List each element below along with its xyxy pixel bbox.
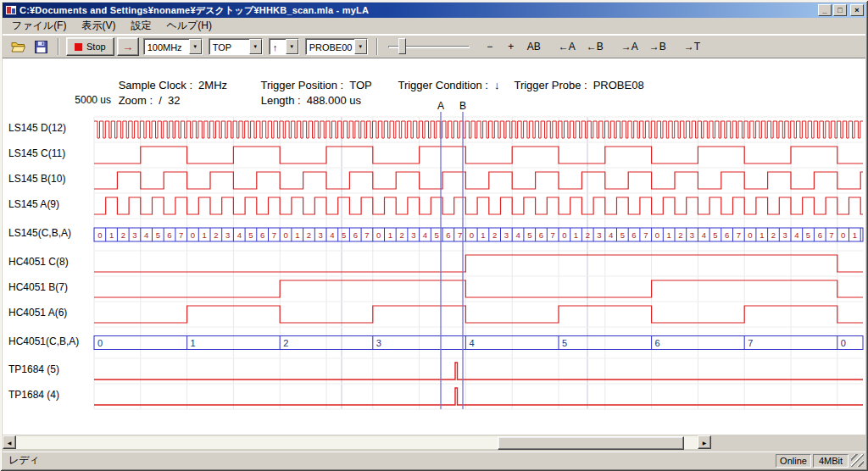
goto-cursor-a-right-button[interactable]: →A: [617, 37, 643, 56]
open-file-button[interactable]: [8, 36, 29, 57]
menu-view[interactable]: 表示(V): [74, 17, 123, 35]
bus-value: 3: [504, 230, 509, 240]
zoom-slider[interactable]: [388, 38, 470, 55]
bus-value: 7: [179, 230, 183, 240]
bus-value: 1: [109, 230, 114, 240]
window-title: C:¥Documents and Settings¥noname¥デスクトップ¥…: [19, 4, 818, 17]
bus-value: 1: [853, 230, 857, 240]
sample-clock-select[interactable]: 100MHz ▼: [143, 38, 203, 55]
menu-help[interactable]: ヘルプ(H): [159, 17, 220, 35]
waveform: [94, 306, 863, 323]
minimize-button[interactable]: _: [818, 4, 832, 16]
bus-value: 1: [481, 230, 485, 240]
stop-button[interactable]: Stop: [66, 37, 114, 56]
zoom-ab-button[interactable]: AB: [523, 37, 545, 56]
bus-value: 6: [539, 230, 543, 240]
titlebar[interactable]: C:¥Documents and Settings¥noname¥デスクトップ¥…: [3, 3, 865, 18]
bus-value: 6: [260, 230, 264, 240]
scrollbar-track[interactable]: [16, 435, 698, 449]
bus-value: 5: [562, 338, 567, 348]
scroll-left-button[interactable]: ◀: [3, 435, 16, 449]
bus-value: 4: [794, 230, 798, 240]
stop-label: Stop: [86, 42, 106, 52]
dropdown-arrow-icon[interactable]: ▼: [249, 39, 262, 54]
menu-settings[interactable]: 設定: [123, 17, 159, 35]
bus-value: 3: [376, 338, 381, 348]
bus-value: 0: [841, 338, 846, 348]
zoom-slider-thumb[interactable]: [398, 38, 406, 54]
dropdown-arrow-icon[interactable]: ▼: [189, 39, 202, 54]
waveform: [94, 388, 863, 405]
status-message: レディ: [8, 453, 40, 468]
bus-value: 4: [702, 230, 706, 240]
bus-value: 5: [156, 230, 160, 240]
scroll-right-button[interactable]: ▶: [698, 435, 711, 449]
horizontal-scrollbar[interactable]: ◀ ▶: [3, 435, 711, 449]
bus-value: 0: [97, 230, 102, 240]
bus-value: 0: [470, 230, 474, 240]
dropdown-arrow-icon[interactable]: ▼: [354, 39, 367, 54]
bus-value: 3: [132, 230, 136, 240]
waveform-canvas: 0123456701234567012345670123456701234567…: [3, 58, 865, 435]
bus-value: 7: [737, 230, 741, 240]
bus-value: 5: [620, 230, 625, 240]
bus-value: 2: [121, 230, 125, 240]
bus-value: 0: [655, 230, 659, 240]
bus-value: 2: [586, 230, 590, 240]
bus-value: 3: [411, 230, 415, 240]
bus-value: 6: [725, 230, 729, 240]
trigger-position-select[interactable]: TOP ▼: [209, 38, 263, 55]
scrollbar-area: ◀ ▶: [3, 435, 865, 450]
goto-trigger-button[interactable]: →T: [680, 37, 704, 56]
trigger-probe-select[interactable]: PROBE00 ▼: [305, 38, 368, 55]
bus-value: 5: [434, 230, 438, 240]
waveform: [94, 255, 863, 272]
bus-value: 5: [248, 230, 253, 240]
bus-value: 6: [353, 230, 358, 240]
dropdown-arrow-icon[interactable]: ▼: [286, 39, 298, 54]
bus-value: 1: [203, 230, 207, 240]
toolbar: Stop → 100MHz ▼ TOP ▼ ↑ ▼ PROBE00 ▼ − + …: [3, 35, 865, 58]
bus-value: 1: [574, 230, 578, 240]
bus-value: 1: [666, 230, 670, 240]
bus-value: 7: [550, 230, 554, 240]
stop-icon: [75, 43, 82, 51]
zoom-in-button[interactable]: +: [502, 37, 520, 56]
goto-cursor-a-left-button[interactable]: ←A: [554, 37, 580, 56]
bus-value: 0: [748, 230, 752, 240]
bus-value: 7: [643, 230, 648, 240]
trigger-edge-select[interactable]: ↑ ▼: [269, 38, 299, 55]
bus-value: 3: [225, 230, 230, 240]
waveform: [94, 121, 863, 138]
zoom-out-button[interactable]: −: [481, 37, 499, 56]
bus-value: 2: [214, 230, 218, 240]
run-button[interactable]: →: [117, 37, 139, 56]
bus-value: 4: [515, 230, 520, 240]
toolbar-separator: [58, 38, 59, 55]
goto-cursor-b-left-button[interactable]: ←B: [582, 37, 608, 56]
resize-grip[interactable]: [851, 454, 864, 467]
menu-file[interactable]: ファイル(F): [4, 17, 74, 35]
bus-value: 5: [713, 230, 717, 240]
waveform: [94, 147, 863, 163]
bus-value: 5: [527, 230, 531, 240]
bus-value: 4: [423, 230, 427, 240]
scrollbar-thumb[interactable]: [498, 436, 684, 450]
bus-value: 6: [818, 230, 822, 240]
status-online: Online: [776, 454, 811, 468]
bus-value: 4: [237, 230, 242, 240]
bus-value: 7: [748, 338, 753, 348]
bus-value: 0: [97, 338, 103, 348]
bus-value: 0: [562, 230, 566, 240]
bus-value: 2: [771, 230, 776, 240]
maximize-button[interactable]: □: [833, 4, 847, 16]
close-button[interactable]: ×: [850, 4, 864, 16]
bus-value: 1: [295, 230, 299, 240]
goto-cursor-b-right-button[interactable]: →B: [645, 37, 670, 56]
bus-value: 2: [307, 230, 311, 240]
bus-value: 0: [376, 230, 381, 240]
waveform-panel: Sample Clock :2MHz Trigger Position :TOP…: [3, 58, 865, 435]
save-file-button[interactable]: [31, 36, 51, 57]
bus-value: 2: [399, 230, 403, 240]
bus-value: 6: [167, 230, 171, 240]
